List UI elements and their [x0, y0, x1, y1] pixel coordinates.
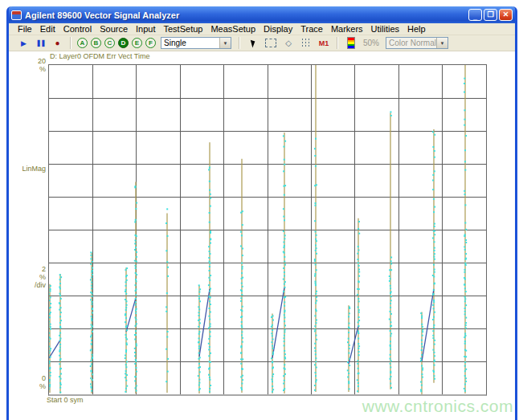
- symbol-dot: [284, 301, 285, 303]
- symbol-dot: [134, 260, 136, 262]
- symbol-dot: [434, 378, 435, 380]
- symbol-dot: [284, 194, 285, 196]
- symbol-dot: [59, 344, 61, 345]
- symbol-dot: [135, 219, 137, 221]
- symbol-dot: [284, 345, 285, 346]
- symbol-dot: [60, 298, 62, 300]
- band-lines-button[interactable]: [300, 38, 312, 49]
- symbol-dot: [284, 369, 286, 370]
- symbol-dot: [208, 355, 210, 357]
- symbol-dot: [91, 371, 92, 373]
- menu-utilities[interactable]: Utilities: [367, 24, 403, 34]
- menu-edit[interactable]: Edit: [36, 24, 59, 34]
- menu-meassetup[interactable]: MeasSetup: [206, 24, 260, 34]
- symbol-dot: [464, 246, 465, 247]
- menu-testsetup[interactable]: TestSetup: [160, 24, 207, 34]
- symbol-dot: [136, 256, 137, 258]
- maximize-button[interactable]: ❒: [484, 9, 497, 21]
- marker-to-peak-button[interactable]: M1: [318, 38, 329, 49]
- trace-plot[interactable]: [48, 64, 487, 396]
- symbol-dot: [135, 359, 137, 361]
- symbol-dot: [283, 291, 284, 292]
- symbol-dot: [390, 378, 391, 380]
- symbol-dot: [92, 308, 93, 310]
- menu-trace[interactable]: Trace: [296, 24, 327, 34]
- symbol-dot: [284, 261, 285, 263]
- symbol-dot: [125, 321, 126, 323]
- play-icon: ▶: [21, 39, 27, 47]
- symbol-dot: [49, 379, 51, 381]
- symbol-dot: [315, 281, 317, 283]
- sweep-mode-select[interactable]: Single ▼: [161, 37, 231, 49]
- symbol-dot: [166, 261, 168, 263]
- symbol-dot: [464, 296, 466, 298]
- symbol-dot: [464, 336, 465, 338]
- trace-button-b[interactable]: B: [91, 38, 101, 48]
- symbol-dot: [49, 316, 51, 318]
- symbol-dot: [210, 275, 211, 276]
- symbol-dot: [135, 284, 137, 286]
- symbol-dot: [314, 185, 316, 186]
- symbol-dot: [434, 352, 435, 353]
- menu-markers[interactable]: Markers: [327, 24, 367, 34]
- symbol-dot: [242, 255, 243, 256]
- symbol-dot: [92, 267, 93, 269]
- symbol-dot: [390, 325, 391, 327]
- symbol-dot: [358, 275, 360, 277]
- trace-button-e[interactable]: E: [132, 38, 142, 48]
- play-button[interactable]: ▶: [16, 36, 31, 50]
- symbol-dot: [135, 312, 137, 314]
- menu-source[interactable]: Source: [96, 24, 132, 34]
- symbol-dot: [135, 267, 137, 269]
- menu-display[interactable]: Display: [260, 24, 296, 34]
- symbol-dot: [389, 319, 390, 320]
- menu-control[interactable]: Control: [59, 24, 96, 34]
- trace-button-c[interactable]: C: [104, 38, 115, 48]
- symbol-dot: [91, 344, 92, 345]
- pause-button[interactable]: ❚❚: [33, 36, 48, 50]
- symbol-dot: [283, 389, 284, 391]
- symbol-dot: [464, 279, 466, 280]
- symbol-dot: [136, 385, 137, 386]
- color-scale-button[interactable]: [345, 38, 357, 49]
- symbol-dot: [433, 198, 435, 200]
- menu-help[interactable]: Help: [403, 24, 430, 34]
- symbol-dot: [49, 320, 50, 322]
- close-button[interactable]: ✕: [499, 9, 513, 21]
- symbol-dot: [209, 251, 210, 252]
- title-bar[interactable]: Agilent 89600 Vector Signal Analyzer _ ❒…: [9, 6, 515, 23]
- trace-button-f[interactable]: F: [145, 38, 156, 48]
- symbol-dot: [284, 141, 286, 142]
- symbol-dot: [125, 334, 127, 336]
- symbol-dot: [434, 253, 435, 255]
- trace-button-d[interactable]: D: [118, 38, 129, 48]
- symbol-dot: [49, 350, 51, 352]
- symbol-dot: [136, 371, 137, 373]
- zoom-select-tool-button[interactable]: [265, 38, 276, 49]
- menu-file[interactable]: File: [14, 24, 36, 34]
- symbol-dot: [434, 312, 435, 313]
- symbol-dot: [464, 263, 466, 264]
- symbol-dot: [433, 316, 435, 318]
- symbol-dot: [125, 364, 127, 365]
- symbol-dot: [390, 354, 391, 356]
- symbol-dot: [50, 338, 51, 340]
- diamond-icon: ◇: [285, 39, 292, 47]
- record-button[interactable]: ●: [50, 36, 65, 50]
- menu-input[interactable]: Input: [132, 24, 159, 34]
- symbol-dot: [242, 337, 243, 339]
- symbol-dot: [135, 310, 137, 312]
- symbol-dot: [240, 300, 242, 302]
- trace-button-a[interactable]: A: [77, 38, 88, 48]
- pointer-tool-button[interactable]: [247, 38, 259, 49]
- symbol-dot: [198, 315, 200, 316]
- y-axis-max-label: 20: [9, 57, 46, 65]
- symbol-dot: [59, 322, 61, 324]
- symbol-dot: [167, 371, 169, 373]
- symbol-dot: [134, 363, 136, 365]
- symbol-dot: [59, 279, 61, 280]
- symbol-dot: [357, 390, 358, 392]
- marker-diamond-button[interactable]: ◇: [283, 38, 294, 49]
- minimize-button[interactable]: _: [468, 9, 482, 21]
- color-mode-select[interactable]: Color Normal ▼: [386, 37, 448, 49]
